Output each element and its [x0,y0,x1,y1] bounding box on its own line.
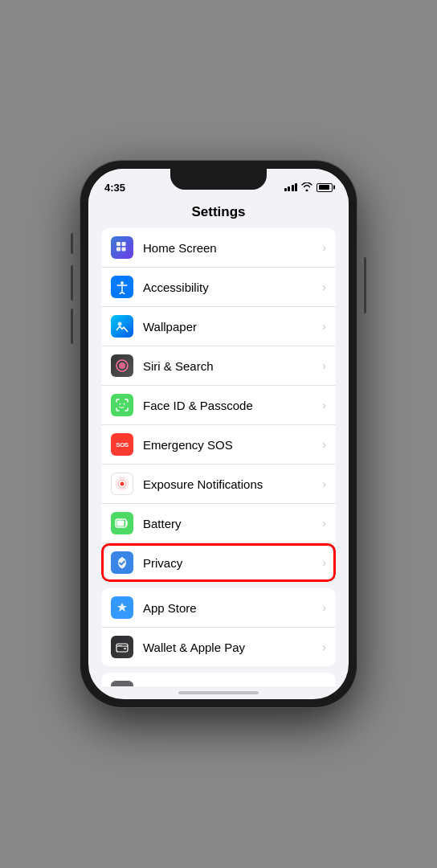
list-item[interactable]: Siri & Search › [101,346,336,386]
home-screen-label: Home Screen [143,241,319,255]
list-item[interactable]: Passwords › [101,673,336,686]
mute-button[interactable] [71,233,73,254]
svg-point-7 [119,362,125,369]
phone-screen: 4:35 Settings [88,169,349,699]
settings-section-1: Home Screen › Accessibility › [101,228,336,582]
status-icons [284,182,333,193]
page-title: Settings [88,198,349,228]
list-item[interactable]: SOS Emergency SOS › [101,425,336,465]
siri-label: Siri & Search [143,359,319,373]
privacy-icon [111,551,133,574]
chevron-icon: › [322,399,326,411]
wallet-label: Wallet & Apple Pay [143,641,319,654]
chevron-icon: › [322,280,326,293]
svg-rect-15 [116,644,128,652]
power-button[interactable] [364,257,366,313]
list-item[interactable]: App Store › [101,588,336,628]
battery-status-icon [317,183,333,192]
svg-point-4 [120,281,124,285]
wifi-icon [301,182,312,193]
list-item[interactable]: Exposure Notifications › [101,465,336,504]
settings-section-3: Passwords › Mail › [101,673,336,686]
list-item[interactable]: Face ID & Passcode › [101,386,336,425]
battery-icon-row [111,512,133,534]
list-item[interactable]: Accessibility › [101,268,336,307]
svg-rect-16 [118,645,122,647]
home-screen-icon [111,236,133,259]
svg-point-8 [120,403,121,405]
accessibility-icon [111,276,133,298]
privacy-label: Privacy [143,556,319,570]
chevron-icon: › [322,359,326,372]
chevron-icon: › [322,320,326,333]
wallpaper-label: Wallpaper [143,320,319,334]
notch [170,169,267,190]
list-item[interactable]: Home Screen › [101,228,336,268]
privacy-row[interactable]: Privacy › [101,543,336,582]
chevron-icon: › [322,517,326,530]
chevron-icon: › [322,641,326,653]
svg-rect-2 [116,248,120,252]
chevron-icon: › [322,438,326,451]
chevron-icon: › [322,241,326,254]
svg-rect-1 [122,242,126,246]
emergency-icon: SOS [111,433,133,456]
wallpaper-icon [111,315,133,338]
wallet-icon [111,636,133,658]
chevron-icon: › [322,477,326,490]
battery-label: Battery [143,517,319,530]
volume-down-button[interactable] [71,309,73,344]
status-time: 4:35 [104,182,125,194]
emergency-label: Emergency SOS [143,438,319,452]
svg-rect-17 [124,648,126,649]
volume-up-button[interactable] [71,265,73,301]
svg-rect-3 [122,248,126,252]
signal-icon [284,183,298,191]
svg-point-9 [124,403,125,405]
exposure-icon [111,473,133,495]
chevron-icon: › [322,686,326,686]
exposure-label: Exposure Notifications [143,477,319,491]
appstore-label: App Store [143,601,319,615]
chevron-icon: › [322,601,326,614]
passwords-label: Passwords [143,686,319,687]
list-item[interactable]: Wallet & Apple Pay › [101,628,336,666]
settings-list: Home Screen › Accessibility › [88,228,349,686]
passwords-icon [111,681,133,686]
list-item[interactable]: Wallpaper › [101,307,336,346]
home-indicator [178,691,259,694]
svg-point-10 [120,482,125,486]
settings-section-2: App Store › Wallet & Apple Pay › [101,588,336,666]
appstore-icon [111,596,133,619]
accessibility-label: Accessibility [143,280,319,294]
svg-rect-0 [116,242,120,246]
phone-frame: 4:35 Settings [80,161,357,707]
faceid-icon [111,394,133,416]
svg-rect-14 [117,521,125,526]
svg-point-5 [118,322,122,326]
siri-icon [111,354,133,377]
list-item[interactable]: Battery › [101,504,336,543]
faceid-label: Face ID & Passcode [143,399,319,412]
chevron-icon: › [322,556,326,569]
